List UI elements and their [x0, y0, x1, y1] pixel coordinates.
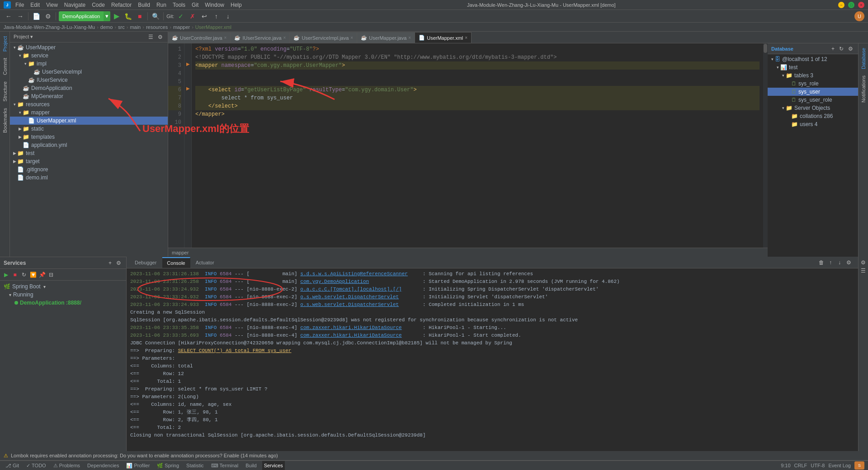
bottom-tab-console[interactable]: Console [162, 257, 190, 268]
breadcrumb-src[interactable]: src [118, 24, 125, 30]
console-settings[interactable]: ⚙ [844, 258, 853, 267]
services-stop-btn[interactable]: ■ [11, 271, 19, 279]
tree-demoapplication[interactable]: ☕ DemoApplication [10, 84, 168, 92]
run-button[interactable]: ▶ [112, 12, 121, 20]
console-clear[interactable]: 🗑 [817, 258, 826, 267]
tab-close-usercontroller[interactable]: × [224, 35, 227, 40]
toolbar-user[interactable]: U [854, 11, 864, 21]
toolbar-recentfiles[interactable]: 📄 [31, 11, 41, 21]
db-refresh[interactable]: ↻ [838, 45, 845, 52]
lombok-warning-text[interactable]: Lombok requires enabled annotation proce… [11, 453, 278, 458]
services-running-group[interactable]: ▾ Running [2, 291, 124, 299]
tab-usercontroller[interactable]: ☕ UserController.java × [168, 32, 231, 43]
db-localhost[interactable]: ▾ 🗄 @localhost 1 of 12 [768, 55, 858, 63]
tree-userserviceimpl[interactable]: ☕ UserServiceImpl [10, 68, 168, 76]
breadcrumb-file[interactable]: UserMapper.xml [195, 24, 231, 30]
vtab-database[interactable]: Database [860, 45, 867, 72]
tree-impl[interactable]: ▾ 📁 impl [10, 60, 168, 68]
tree-iuserservice[interactable]: ☕ IUserService [10, 76, 168, 84]
status-spring[interactable]: 🌿 Spring [155, 461, 181, 470]
vtab-structure[interactable]: Structure [1, 79, 9, 104]
vtab-project[interactable]: Project [1, 33, 9, 54]
db-settings[interactable]: ⚙ [847, 45, 854, 52]
db-collations[interactable]: 📁 collations 286 [768, 112, 858, 120]
menu-git[interactable]: Git [189, 1, 201, 9]
menu-build[interactable]: Build [135, 1, 153, 9]
tab-close-iuserservice[interactable]: × [283, 35, 286, 40]
breadcrumb-demo[interactable]: demo [100, 24, 113, 30]
status-git[interactable]: ⎇ Git [4, 461, 21, 470]
tree-mpgenerator[interactable]: ☕ MpGenerator [10, 92, 168, 100]
menu-window[interactable]: Window [202, 1, 227, 9]
breadcrumb-mapper[interactable]: mapper [173, 24, 190, 30]
tree-target[interactable]: ▶ 📁 target [10, 157, 168, 165]
services-demoapplication[interactable]: DemoApplication :8888/ [2, 299, 124, 307]
code-editor[interactable]: <?xml version="1.0" encoding="UTF-8"?> <… [192, 43, 763, 248]
services-settings[interactable]: ⚙ [115, 259, 123, 267]
tree-mapper-folder[interactable]: ▾ 📁 mapper [10, 108, 168, 117]
services-restart-btn[interactable]: ↻ [20, 271, 28, 279]
tab-close-userserviceimpl[interactable]: × [350, 35, 353, 40]
vtab-notifications[interactable]: Notifications [860, 73, 867, 105]
bottom-gear-btn[interactable]: ☰ [859, 267, 868, 275]
tab-iuserservice[interactable]: ☕ IUserService.java × [231, 32, 290, 43]
project-settings[interactable]: ⚙ [156, 33, 164, 41]
editor-content-area[interactable]: 1 2 3 4 5 6 7 8 9 10 [168, 43, 768, 248]
tree-test[interactable]: ▶ 📁 test [10, 149, 168, 157]
services-springboot-group[interactable]: 🌿 Spring Boot ▾ [2, 282, 124, 291]
tree-applicationyml[interactable]: 📄 application.yml [10, 141, 168, 149]
toolbar-settings[interactable]: ⚙ [43, 11, 53, 21]
breadcrumb-resources[interactable]: resources [146, 24, 168, 30]
tab-userserviceimpl[interactable]: ☕ UserServiceImpl.java × [290, 32, 357, 43]
console-content[interactable]: 2023-11-06 23:31:26.138 INFO 6584 --- [ … [127, 268, 858, 451]
menu-run[interactable]: Run [154, 1, 169, 9]
status-crlf[interactable]: CRLF [794, 463, 807, 468]
toolbar-git-pull[interactable]: ↓ [223, 11, 233, 21]
status-todo[interactable]: ✓ TODO [24, 461, 48, 470]
toolbar-git-undo[interactable]: ↩ [199, 11, 209, 21]
bottom-tab-debugger[interactable]: Debugger [130, 257, 161, 268]
status-eventlog[interactable]: Event Log [828, 463, 851, 468]
status-statistic[interactable]: Statistic [184, 461, 206, 470]
db-users[interactable]: 📁 users 4 [768, 120, 858, 128]
menu-view[interactable]: View [43, 1, 61, 9]
tree-resources[interactable]: ▾ 📁 resources [10, 100, 168, 108]
tab-usermapper-java[interactable]: ☕ UserMapper.java × [357, 32, 415, 43]
status-problems[interactable]: ⚠ Problems [52, 461, 82, 470]
menu-navigate[interactable]: Navigate [61, 1, 88, 9]
services-collapse-btn[interactable]: ⊟ [47, 271, 55, 279]
tree-usermapper-xml[interactable]: 📄 UserMapper.xml [10, 117, 168, 125]
bottom-settings-btn[interactable]: ⚙ [859, 258, 868, 267]
tab-close-usermapper-xml[interactable]: × [465, 35, 467, 40]
tree-demoitml[interactable]: 📄 demo.iml [10, 174, 168, 182]
status-dependencies[interactable]: Dependencies [85, 461, 121, 470]
db-test-schema[interactable]: ▾ 📊 test [768, 63, 858, 71]
db-sysuser[interactable]: 🗒 sys_user [768, 88, 858, 96]
toolbar-git-x[interactable]: ✗ [188, 11, 198, 21]
services-run-btn[interactable]: ▶ [2, 271, 10, 279]
vtab-commit[interactable]: Commit [1, 55, 9, 78]
minimize-button[interactable]: − [838, 2, 844, 8]
status-terminal[interactable]: ⌨ Terminal [209, 461, 241, 470]
db-add[interactable]: + [830, 45, 836, 52]
breadcrumb-main[interactable]: main [130, 24, 141, 30]
db-tables-folder[interactable]: ▾ 📁 tables 3 [768, 71, 858, 80]
status-profiler[interactable]: 📊 Profiler [124, 461, 151, 470]
breadcrumb-project[interactable]: Java-Module-Wen-Zhang-Ji-Lu-Xiang-Mu [4, 24, 95, 30]
maximize-button[interactable]: □ [848, 2, 854, 8]
menu-tools[interactable]: Tools [170, 1, 188, 9]
menu-file[interactable]: File [13, 1, 27, 9]
close-button[interactable]: × [858, 2, 864, 8]
tree-service[interactable]: ▾ 📁 service [10, 52, 168, 60]
menu-edit[interactable]: Edit [28, 1, 42, 9]
toolbar-debug[interactable]: 🐛 [123, 11, 133, 21]
tree-usermapper[interactable]: ▾ ☕ UserMapper [10, 43, 168, 52]
menu-code[interactable]: Code [89, 1, 108, 9]
tab-usermapper-xml[interactable]: 📄 UserMapper.xml × [415, 32, 472, 43]
tree-templates[interactable]: ▶ 📁 templates [10, 133, 168, 141]
console-scroll-down[interactable]: ↓ [835, 258, 844, 267]
run-config-dropdown[interactable]: ▾ [104, 11, 110, 21]
status-services[interactable]: Services [262, 461, 285, 470]
tab-close-usermapper-java[interactable]: × [408, 35, 411, 40]
menu-refactor[interactable]: Refactor [108, 1, 134, 9]
